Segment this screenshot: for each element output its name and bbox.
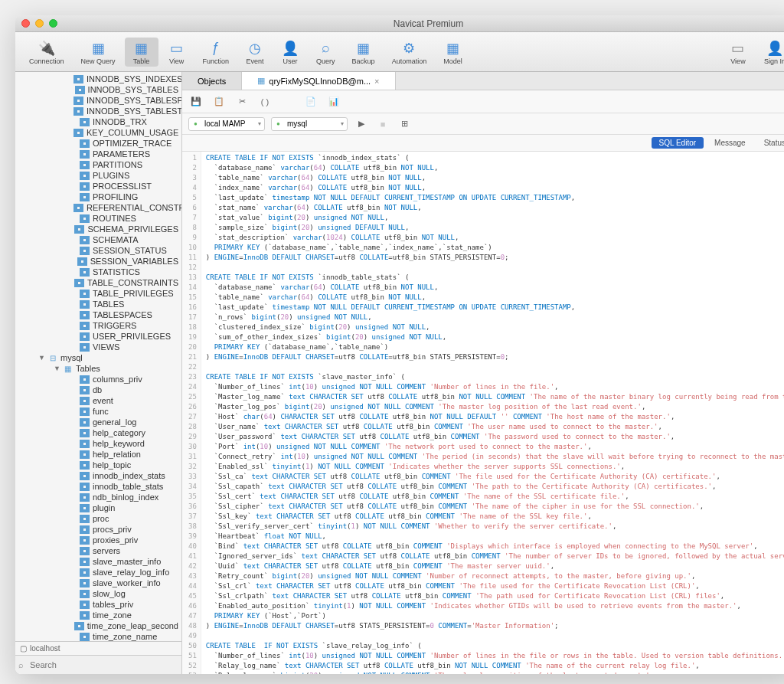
close-icon[interactable]: × xyxy=(374,77,379,86)
maximize-window-icon[interactable] xyxy=(49,19,57,28)
tool-backup[interactable]: ▦Backup xyxy=(345,38,383,67)
tree-icon xyxy=(80,525,90,534)
copy-icon[interactable]: 📋 xyxy=(211,94,227,110)
table-TABLE_PRIVILEGES[interactable]: TABLE_PRIVILEGES xyxy=(15,288,181,299)
tool-function[interactable]: ƒFunction xyxy=(195,38,237,67)
export-icon[interactable]: 📄 xyxy=(303,94,318,110)
table-time_zone[interactable]: time_zone xyxy=(15,610,181,620)
tool-label: User xyxy=(283,57,298,65)
table-event[interactable]: event xyxy=(15,395,181,406)
table-proc[interactable]: proc xyxy=(15,513,181,524)
table-PROCESSLIST[interactable]: PROCESSLIST xyxy=(15,181,181,191)
tab-objects[interactable]: Objects xyxy=(182,72,242,90)
table-columns_priv[interactable]: columns_priv xyxy=(15,374,181,385)
table-SESSION_STATUS[interactable]: SESSION_STATUS xyxy=(15,245,181,256)
table-INNODB_SYS_INDEXES[interactable]: INNODB_SYS_INDEXES xyxy=(15,74,181,84)
tree-icon xyxy=(80,418,90,427)
table-OPTIMIZER_TRACE[interactable]: OPTIMIZER_TRACE xyxy=(15,138,181,149)
modetab-sql-editor[interactable]: SQL Editor xyxy=(652,137,704,149)
table-time_zone_name[interactable]: time_zone_name xyxy=(15,631,181,641)
cut-icon[interactable]: ✂ xyxy=(234,94,250,110)
table-SCHEMA_PRIVILEGES[interactable]: SCHEMA_PRIVILEGES xyxy=(15,224,181,234)
tree-icon xyxy=(80,386,90,394)
tables-folder[interactable]: ▼▦Tables xyxy=(15,363,181,374)
table-help_category[interactable]: help_category xyxy=(15,427,181,438)
db-mysql[interactable]: ▼⊟mysql xyxy=(15,352,181,363)
table-TABLE_CONSTRAINTS[interactable]: TABLE_CONSTRAINTS xyxy=(15,277,181,288)
table-func[interactable]: func xyxy=(15,406,181,417)
table-INNODB_SYS_TABLESPACES[interactable]: INNODB_SYS_TABLESPACES xyxy=(15,95,181,106)
connection-tree[interactable]: INNODB_SYS_INDEXESINNODB_SYS_TABLESINNOD… xyxy=(15,72,181,641)
paren-icon[interactable]: ( ) xyxy=(257,94,273,110)
save-icon[interactable]: 💾 xyxy=(188,94,204,110)
table-INNODB_SYS_TABLES[interactable]: INNODB_SYS_TABLES xyxy=(15,84,181,95)
tool-model[interactable]: ▦Model xyxy=(436,38,470,67)
minimize-window-icon[interactable] xyxy=(35,19,44,28)
table-PARTITIONS[interactable]: PARTITIONS xyxy=(15,159,181,170)
tree-label: columns_priv xyxy=(93,375,142,384)
table-ndb_binlog_index[interactable]: ndb_binlog_index xyxy=(15,492,181,502)
table-innodb_table_stats[interactable]: innodb_table_stats xyxy=(15,481,181,492)
table-SCHEMATA[interactable]: SCHEMATA xyxy=(15,234,181,245)
table-help_relation[interactable]: help_relation xyxy=(15,449,181,460)
table-help_keyword[interactable]: help_keyword xyxy=(15,438,181,449)
tree-label: TABLE_CONSTRAINTS xyxy=(87,278,178,287)
table-TABLES[interactable]: TABLES xyxy=(15,299,181,309)
tool-connection[interactable]: 🔌Connection xyxy=(21,38,72,67)
table-TRIGGERS[interactable]: TRIGGERS xyxy=(15,320,181,331)
table-ROUTINES[interactable]: ROUTINES xyxy=(15,213,181,224)
tab-qryfixmysqlinnodb-m-[interactable]: ▦qryFixMySQLInnoDB@m...× xyxy=(242,72,395,90)
run-icon[interactable]: ▶ xyxy=(354,116,369,132)
table-slave_relay_log_info[interactable]: slave_relay_log_info xyxy=(15,567,181,578)
table-PLUGINS[interactable]: PLUGINS xyxy=(15,170,181,181)
database-select[interactable]: mysql xyxy=(271,117,348,131)
table-TABLESPACES[interactable]: TABLESPACES xyxy=(15,309,181,320)
table-INNODB_SYS_TABLESTATS[interactable]: INNODB_SYS_TABLESTATS xyxy=(15,106,181,116)
table-slave_worker_info[interactable]: slave_worker_info xyxy=(15,578,181,588)
modetab-message[interactable]: Message xyxy=(707,137,753,149)
table-tables_priv[interactable]: tables_priv xyxy=(15,599,181,610)
tool-label: View xyxy=(730,57,745,65)
modetab-status[interactable]: Status xyxy=(756,137,784,149)
explain-icon[interactable]: ⊞ xyxy=(397,116,412,132)
server-select[interactable]: local MAMP xyxy=(188,117,265,131)
table-PROFILING[interactable]: PROFILING xyxy=(15,191,181,202)
tool-view-mode[interactable]: ▭View xyxy=(721,38,755,67)
close-window-icon[interactable] xyxy=(21,19,30,28)
table-time_zone_leap_second[interactable]: time_zone_leap_second xyxy=(15,620,181,631)
table-REFERENTIAL_CONSTRAINTS[interactable]: REFERENTIAL_CONSTRAINTS xyxy=(15,202,181,213)
table-general_log[interactable]: general_log xyxy=(15,417,181,427)
tool-sign-in[interactable]: 👤Sign In xyxy=(756,38,784,67)
table-plugin[interactable]: plugin xyxy=(15,502,181,513)
table-db[interactable]: db xyxy=(15,385,181,395)
tool-event[interactable]: ◷Event xyxy=(238,38,272,67)
table-PARAMETERS[interactable]: PARAMETERS xyxy=(15,149,181,159)
table-help_topic[interactable]: help_topic xyxy=(15,460,181,470)
tool-table[interactable]: ▦Table xyxy=(125,38,158,67)
table-KEY_COLUMN_USAGE[interactable]: KEY_COLUMN_USAGE xyxy=(15,127,181,138)
sql-editor[interactable]: 1 2 3 4 5 6 7 8 9 10 11 12 13 14 15 16 1… xyxy=(182,152,784,674)
stop-icon[interactable]: ■ xyxy=(375,116,390,132)
table-VIEWS[interactable]: VIEWS xyxy=(15,342,181,352)
table-slow_log[interactable]: slow_log xyxy=(15,588,181,599)
tool-user[interactable]: 👤User xyxy=(273,38,307,67)
tool-new-query[interactable]: ▦New Query xyxy=(74,38,123,67)
table-servers[interactable]: servers xyxy=(15,545,181,556)
table-USER_PRIVILEGES[interactable]: USER_PRIVILEGES xyxy=(15,331,181,342)
tool-view[interactable]: ▭View xyxy=(160,38,194,67)
table-INNODB_TRX[interactable]: INNODB_TRX xyxy=(15,116,181,127)
search-input[interactable] xyxy=(27,659,178,671)
tool-query[interactable]: ⌕Query xyxy=(309,38,343,67)
tool-automation[interactable]: ⚙Automation xyxy=(384,38,435,67)
table-innodb_index_stats[interactable]: innodb_index_stats xyxy=(15,470,181,481)
chart-icon[interactable]: 📊 xyxy=(326,94,341,110)
sql-code[interactable]: CREATE TABLE IF NOT EXISTS `innodb_index… xyxy=(201,152,784,674)
tree-label: TRIGGERS xyxy=(93,321,136,330)
table-procs_priv[interactable]: procs_priv xyxy=(15,524,181,535)
table-proxies_priv[interactable]: proxies_priv xyxy=(15,535,181,545)
table-slave_master_info[interactable]: slave_master_info xyxy=(15,556,181,567)
table-STATISTICS[interactable]: STATISTICS xyxy=(15,267,181,277)
tree-icon xyxy=(80,558,90,566)
tree-icon xyxy=(75,86,85,94)
table-SESSION_VARIABLES[interactable]: SESSION_VARIABLES xyxy=(15,256,181,267)
